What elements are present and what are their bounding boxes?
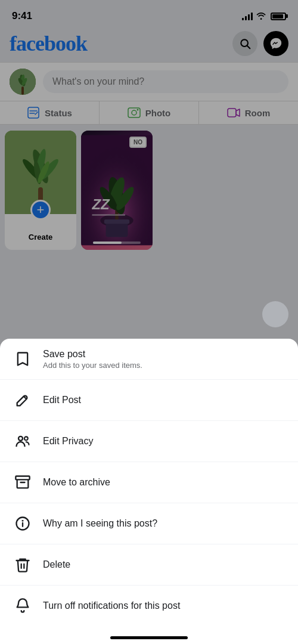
svg-rect-35 (15, 476, 29, 480)
people-icon (12, 431, 33, 452)
pencil-icon (12, 389, 33, 411)
edit-post-title: Edit Post (43, 395, 286, 405)
scroll-handle[interactable] (262, 301, 288, 327)
bookmark-icon (12, 348, 33, 370)
save-post-title: Save post (43, 349, 286, 360)
notifications-text: Turn off notifications for this post (43, 600, 286, 611)
edit-privacy-text: Edit Privacy (43, 436, 286, 447)
save-post-text: Save post Add this to your saved items. (43, 349, 286, 370)
move-archive-item[interactable]: Move to archive (0, 462, 298, 503)
delete-title: Delete (43, 559, 286, 570)
edit-privacy-item[interactable]: Edit Privacy (0, 421, 298, 462)
save-post-subtitle: Add this to your saved items. (43, 361, 286, 370)
home-indicator (110, 636, 188, 639)
why-seeing-text: Why am I seeing this post? (43, 518, 286, 529)
delete-item[interactable]: Delete (0, 544, 298, 586)
notifications-item[interactable]: Turn off notifications for this post (0, 586, 298, 626)
svg-point-33 (18, 436, 23, 441)
trash-icon (12, 554, 33, 575)
notifications-title: Turn off notifications for this post (43, 600, 286, 611)
edit-privacy-title: Edit Privacy (43, 436, 286, 447)
why-seeing-item[interactable]: Why am I seeing this post? (0, 503, 298, 544)
edit-post-item[interactable]: Edit Post (0, 380, 298, 421)
edit-post-text: Edit Post (43, 395, 286, 405)
move-archive-text: Move to archive (43, 477, 286, 488)
why-seeing-title: Why am I seeing this post? (43, 518, 286, 529)
bell-icon (12, 595, 33, 617)
archive-icon (12, 472, 33, 493)
bottom-sheet: Save post Add this to your saved items. … (0, 339, 298, 644)
svg-point-34 (24, 436, 28, 440)
save-post-item[interactable]: Save post Add this to your saved items. (0, 339, 298, 380)
move-archive-title: Move to archive (43, 477, 286, 488)
info-icon (12, 513, 33, 534)
delete-text: Delete (43, 559, 286, 570)
